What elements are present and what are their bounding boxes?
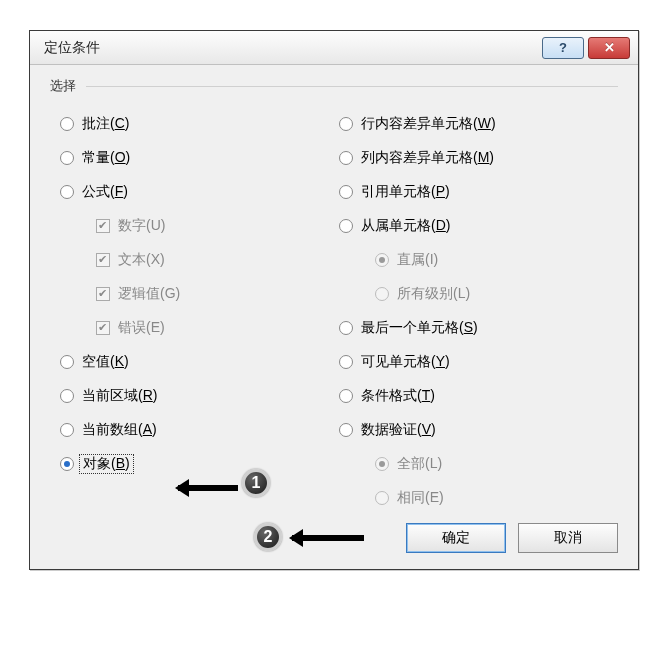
radio-icon bbox=[60, 151, 74, 165]
radio-icon bbox=[60, 389, 74, 403]
option-radio: 全部(L) bbox=[339, 447, 618, 481]
option-label: 错误(E) bbox=[118, 319, 165, 337]
cancel-button[interactable]: 取消 bbox=[518, 523, 618, 553]
option-label: 行内容差异单元格(W) bbox=[361, 115, 496, 133]
help-button[interactable]: ? bbox=[542, 37, 584, 59]
radio-icon bbox=[60, 423, 74, 437]
help-icon: ? bbox=[559, 40, 567, 55]
radio-icon bbox=[339, 355, 353, 369]
options-left-column: 批注(C)常量(O)公式(F)数字(U)文本(X)逻辑值(G)错误(E)空值(K… bbox=[50, 99, 339, 515]
radio-icon bbox=[60, 185, 74, 199]
radio-icon bbox=[339, 117, 353, 131]
option-radio[interactable]: 公式(F) bbox=[60, 175, 339, 209]
option-checkbox: 数字(U) bbox=[60, 209, 339, 243]
option-radio[interactable]: 引用单元格(P) bbox=[339, 175, 618, 209]
ok-button[interactable]: 确定 bbox=[406, 523, 506, 553]
option-label: 当前数组(A) bbox=[82, 421, 157, 439]
option-label: 公式(F) bbox=[82, 183, 128, 201]
radio-icon bbox=[60, 355, 74, 369]
option-label: 逻辑值(G) bbox=[118, 285, 180, 303]
radio-icon bbox=[339, 151, 353, 165]
option-radio[interactable]: 常量(O) bbox=[60, 141, 339, 175]
option-radio[interactable]: 最后一个单元格(S) bbox=[339, 311, 618, 345]
option-label: 可见单元格(Y) bbox=[361, 353, 450, 371]
radio-icon bbox=[339, 219, 353, 233]
callout-arrow-1 bbox=[178, 485, 238, 491]
radio-icon bbox=[339, 321, 353, 335]
option-radio[interactable]: 批注(C) bbox=[60, 107, 339, 141]
callout-badge-1: 1 bbox=[242, 469, 270, 497]
option-label: 数据验证(V) bbox=[361, 421, 436, 439]
goto-special-dialog: 定位条件 ? ✕ 选择 批注(C)常量(O)公式(F)数字(U)文本(X)逻辑值… bbox=[29, 30, 639, 570]
option-radio[interactable]: 空值(K) bbox=[60, 345, 339, 379]
radio-icon bbox=[375, 457, 389, 471]
option-radio[interactable]: 行内容差异单元格(W) bbox=[339, 107, 618, 141]
checkbox-icon bbox=[96, 287, 110, 301]
radio-icon bbox=[60, 117, 74, 131]
option-label: 所有级别(L) bbox=[397, 285, 470, 303]
option-radio: 相同(E) bbox=[339, 481, 618, 515]
group-divider bbox=[86, 86, 618, 87]
radio-icon bbox=[339, 423, 353, 437]
radio-icon bbox=[375, 253, 389, 267]
checkbox-icon bbox=[96, 253, 110, 267]
option-checkbox: 错误(E) bbox=[60, 311, 339, 345]
dialog-title: 定位条件 bbox=[44, 39, 538, 57]
option-radio[interactable]: 条件格式(T) bbox=[339, 379, 618, 413]
option-radio[interactable]: 数据验证(V) bbox=[339, 413, 618, 447]
option-label: 从属单元格(D) bbox=[361, 217, 450, 235]
group-label-text: 选择 bbox=[50, 77, 76, 95]
callout-arrow-2 bbox=[292, 535, 364, 541]
option-radio[interactable]: 可见单元格(Y) bbox=[339, 345, 618, 379]
option-label: 最后一个单元格(S) bbox=[361, 319, 478, 337]
option-radio: 直属(I) bbox=[339, 243, 618, 277]
option-radio: 所有级别(L) bbox=[339, 277, 618, 311]
dialog-buttons: 2 确定 取消 bbox=[50, 515, 618, 553]
option-label: 空值(K) bbox=[82, 353, 129, 371]
dialog-content: 选择 批注(C)常量(O)公式(F)数字(U)文本(X)逻辑值(G)错误(E)空… bbox=[30, 65, 638, 569]
option-label: 引用单元格(P) bbox=[361, 183, 450, 201]
option-label: 直属(I) bbox=[397, 251, 438, 269]
option-label: 当前区域(R) bbox=[82, 387, 157, 405]
option-radio[interactable]: 当前区域(R) bbox=[60, 379, 339, 413]
callout-badge-2: 2 bbox=[254, 523, 282, 551]
option-label: 列内容差异单元格(M) bbox=[361, 149, 494, 167]
options-right-column: 行内容差异单元格(W)列内容差异单元格(M)引用单元格(P)从属单元格(D)直属… bbox=[339, 99, 618, 515]
option-checkbox: 文本(X) bbox=[60, 243, 339, 277]
option-label: 批注(C) bbox=[82, 115, 129, 133]
radio-icon bbox=[339, 185, 353, 199]
option-radio[interactable]: 列内容差异单元格(M) bbox=[339, 141, 618, 175]
titlebar[interactable]: 定位条件 ? ✕ bbox=[30, 31, 638, 65]
option-label: 条件格式(T) bbox=[361, 387, 435, 405]
group-label: 选择 bbox=[50, 77, 618, 95]
option-label: 文本(X) bbox=[118, 251, 165, 269]
option-label: 常量(O) bbox=[82, 149, 130, 167]
option-radio[interactable]: 当前数组(A) bbox=[60, 413, 339, 447]
radio-icon bbox=[375, 491, 389, 505]
option-label: 相同(E) bbox=[397, 489, 444, 507]
option-label: 全部(L) bbox=[397, 455, 442, 473]
close-button[interactable]: ✕ bbox=[588, 37, 630, 59]
checkbox-icon bbox=[96, 321, 110, 335]
radio-icon bbox=[339, 389, 353, 403]
checkbox-icon bbox=[96, 219, 110, 233]
radio-icon bbox=[60, 457, 74, 471]
option-label: 数字(U) bbox=[118, 217, 165, 235]
option-radio[interactable]: 对象(B) bbox=[60, 447, 339, 481]
radio-icon bbox=[375, 287, 389, 301]
close-icon: ✕ bbox=[604, 40, 615, 55]
option-label: 对象(B) bbox=[83, 455, 130, 471]
option-checkbox: 逻辑值(G) bbox=[60, 277, 339, 311]
option-radio[interactable]: 从属单元格(D) bbox=[339, 209, 618, 243]
